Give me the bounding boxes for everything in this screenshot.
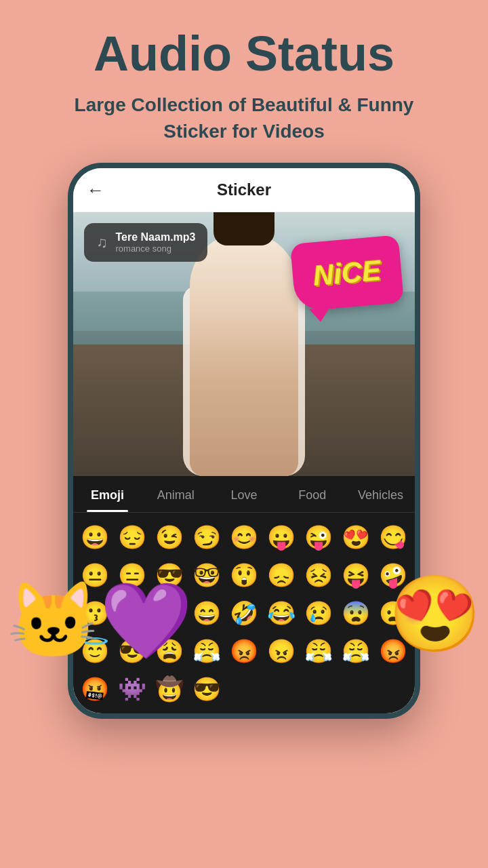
emoji-item[interactable]: 😋 [375, 518, 412, 556]
emoji-item[interactable]: 🤣 [225, 594, 262, 632]
tab-love[interactable]: Love [210, 476, 279, 512]
emoji-item[interactable]: 😊 [225, 518, 262, 556]
emoji-item[interactable]: 😂 [263, 594, 300, 632]
emoji-item[interactable]: 😞 [263, 556, 300, 594]
emoji-item[interactable]: 🤠 [150, 670, 188, 708]
emoji-item[interactable]: 😤 [338, 632, 375, 670]
audio-type: romance song [116, 243, 196, 254]
emoji-item[interactable]: 😜 [300, 518, 338, 556]
emoji-item[interactable]: 😨 [338, 594, 375, 632]
audio-waveform-icon: ♫ [96, 234, 108, 252]
emoji-item[interactable]: 😠 [263, 632, 300, 670]
header: Audio Status Large Collection of Beautif… [0, 0, 488, 159]
app-subtitle: Large Collection of Beautiful & Funny St… [41, 92, 447, 144]
emoji-item[interactable]: 🤓 [188, 556, 225, 594]
emoji-item[interactable]: 😏 [188, 518, 225, 556]
emoji-item[interactable]: 😄 [188, 594, 225, 632]
emoji-item[interactable]: 😣 [300, 556, 338, 594]
tab-food[interactable]: Food [278, 476, 346, 512]
emoji-item[interactable]: 😍 [338, 518, 375, 556]
person-body [190, 232, 298, 476]
heart-face-sticker: 😍 [388, 570, 481, 658]
tab-vehicles[interactable]: Vehicles [346, 476, 415, 512]
nice-sticker[interactable]: NiCE [290, 235, 404, 312]
app-title: Audio Status [41, 27, 447, 81]
emoji-item[interactable]: 😎 [188, 670, 225, 708]
person-hair [214, 212, 274, 245]
photo-area: ♫ Tere Naam.mp3 romance song NiCE [73, 212, 415, 476]
cat-sticker: 🐱💜 [7, 577, 192, 665]
screen-title: Sticker [217, 180, 271, 199]
emoji-item[interactable]: 😲 [225, 556, 262, 594]
nice-sticker-text: NiCE [312, 254, 382, 293]
tab-emoji[interactable]: Emoji [73, 476, 142, 512]
emoji-item[interactable]: 😔 [113, 518, 150, 556]
audio-info: Tere Naam.mp3 romance song [116, 231, 196, 254]
emoji-item[interactable]: 👾 [113, 670, 150, 708]
top-bar: ← Sticker [73, 168, 415, 212]
emoji-item[interactable]: 😛 [263, 518, 300, 556]
emoji-item[interactable]: 😡 [225, 632, 262, 670]
emoji-item[interactable]: 🤬 [76, 670, 113, 708]
emoji-item[interactable]: 😤 [188, 632, 225, 670]
audio-track: ♫ Tere Naam.mp3 romance song [84, 223, 207, 262]
emoji-item[interactable]: 😝 [338, 556, 375, 594]
emoji-item[interactable]: 😤 [300, 632, 338, 670]
emoji-item[interactable]: 😀 [76, 518, 113, 556]
emoji-tabs: Emoji Animal Love Food Vehicles [73, 476, 415, 513]
tab-animal[interactable]: Animal [142, 476, 210, 512]
emoji-item[interactable]: 😉 [150, 518, 188, 556]
emoji-item[interactable]: 😢 [300, 594, 338, 632]
back-button[interactable]: ← [87, 180, 104, 201]
audio-filename: Tere Naam.mp3 [116, 231, 196, 243]
